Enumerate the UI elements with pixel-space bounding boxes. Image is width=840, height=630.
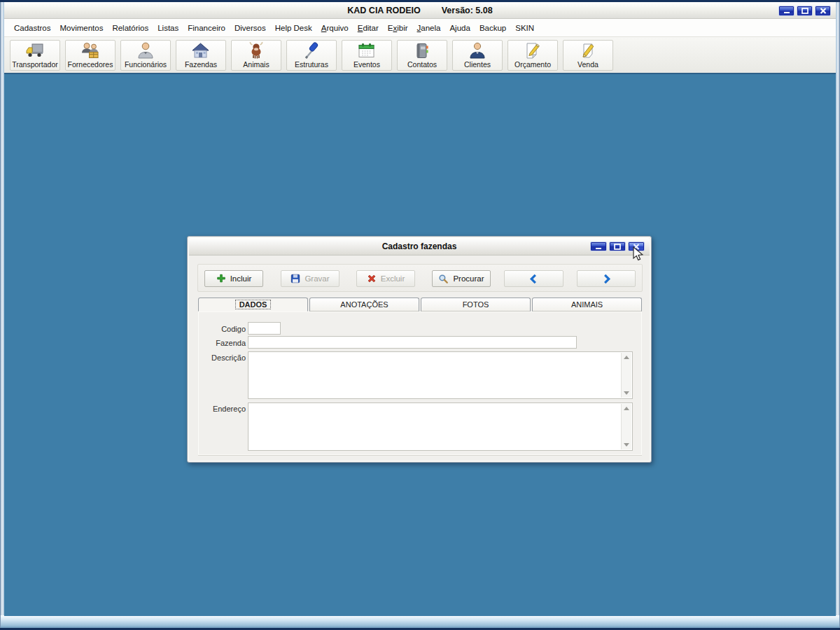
- next-record-button[interactable]: [577, 270, 636, 287]
- dialog-titlebar[interactable]: Cadastro fazendas: [189, 238, 650, 255]
- toolbar-button-clientes[interactable]: Clientes: [452, 40, 503, 71]
- endereco-scrollbar[interactable]: [621, 404, 631, 449]
- triangle-up-icon: [624, 356, 629, 359]
- menu-item-backup[interactable]: Backup: [476, 22, 510, 34]
- save-icon: [290, 274, 300, 284]
- descricao-textarea[interactable]: [250, 353, 620, 398]
- toolbar-button-fazendas[interactable]: Fazendas: [176, 40, 226, 71]
- app-title: KAD CIA RODEIO: [347, 6, 420, 15]
- app-version: Versão: 5.08: [442, 6, 493, 15]
- triangle-down-icon: [624, 443, 629, 447]
- maximize-icon: [801, 8, 809, 14]
- mouse-cursor: [632, 246, 646, 263]
- codigo-label: Codigo: [200, 325, 246, 333]
- toolbar-button-animais[interactable]: Animais: [231, 40, 281, 71]
- toolbar-button-estruturas[interactable]: Estruturas: [286, 40, 337, 71]
- toolbar-button-eventos[interactable]: Eventos: [342, 40, 392, 71]
- tab-fotos[interactable]: FOTOS: [421, 298, 531, 312]
- calendar-icon: [356, 41, 377, 60]
- endereco-label: Endereço: [200, 405, 246, 413]
- toolbar-button-venda[interactable]: Venda: [563, 40, 613, 71]
- menu-item-financeiro[interactable]: Financeiro: [184, 22, 229, 34]
- menu-item-editar[interactable]: Editar: [354, 22, 382, 34]
- menu-item-skin[interactable]: SKIN: [512, 22, 538, 34]
- menu-item-ajuda[interactable]: Ajuda: [446, 22, 473, 34]
- triangle-down-icon: [624, 391, 629, 395]
- toolbar-button-contatos[interactable]: Contatos: [397, 40, 447, 71]
- triangle-up-icon: [624, 407, 629, 410]
- incluir-button[interactable]: Incluir: [204, 270, 263, 287]
- screwdriver-icon: [301, 41, 322, 60]
- sale-pencil-icon: [578, 41, 598, 60]
- farm-house-icon: [190, 41, 211, 60]
- procurar-button[interactable]: Procurar: [432, 270, 491, 287]
- menu-item-cadastros[interactable]: Cadastros: [10, 22, 54, 34]
- descricao-scrollbar[interactable]: [621, 353, 631, 398]
- tab-anotacoes[interactable]: ANOTAÇÕES: [309, 298, 419, 312]
- maximize-button[interactable]: [797, 6, 813, 16]
- dialog-title: Cadastro fazendas: [382, 241, 457, 251]
- excluir-button[interactable]: Excluir: [356, 270, 415, 287]
- dialog-minimize-button[interactable]: [590, 241, 607, 251]
- fazenda-input[interactable]: [248, 336, 577, 349]
- close-icon: [819, 8, 827, 14]
- budget-pencil-icon: [522, 41, 543, 60]
- scroll-up-button[interactable]: [622, 404, 631, 413]
- search-icon: [438, 274, 449, 284]
- cow-icon: [246, 41, 267, 60]
- minimize-button[interactable]: [778, 6, 794, 16]
- minimize-icon: [594, 244, 603, 250]
- suppliers-icon: [80, 41, 101, 60]
- tab-bar: DADOS ANOTAÇÕES FOTOS ANIMAIS: [198, 298, 642, 312]
- descricao-label: Descrição: [200, 354, 246, 362]
- menu-item-arquivo[interactable]: Arquivo: [318, 22, 352, 34]
- endereco-field: [248, 402, 633, 451]
- dialog-cadastro-fazendas: Cadastro fazendas Incluir: [187, 236, 652, 463]
- dialog-maximize-button[interactable]: [609, 241, 626, 251]
- minimize-icon: [783, 8, 791, 14]
- window-frame-bottom: [1, 615, 839, 628]
- truck-icon: [24, 41, 46, 60]
- gravar-button[interactable]: Gravar: [281, 270, 340, 287]
- employee-icon: [135, 41, 156, 60]
- add-icon: [216, 274, 226, 284]
- maximize-icon: [613, 244, 622, 250]
- dialog-button-panel: Incluir Gravar Excluir Procurar: [197, 264, 643, 292]
- menu-item-relatorios[interactable]: Relatórios: [108, 22, 152, 34]
- scroll-down-button[interactable]: [622, 388, 631, 398]
- window-frame-right: [836, 2, 840, 628]
- delete-icon: [367, 274, 377, 284]
- menu-bar: Cadastros Movimentos Relatórios Listas F…: [4, 19, 836, 36]
- menu-item-help-desk[interactable]: Help Desk: [272, 22, 316, 34]
- scroll-down-button[interactable]: [622, 440, 631, 449]
- menu-item-movimentos[interactable]: Movimentos: [56, 22, 106, 34]
- address-book-icon: [412, 41, 433, 60]
- client-person-icon: [467, 41, 488, 60]
- toolbar-button-funcionarios[interactable]: Funcionários: [120, 40, 171, 71]
- menu-item-listas[interactable]: Listas: [154, 22, 182, 34]
- endereco-textarea[interactable]: [250, 404, 620, 449]
- toolbar-button-fornecedores[interactable]: Fornecedores: [65, 40, 115, 71]
- toolbar: Transportador Fornecedores Funcionários …: [4, 36, 836, 73]
- tab-animais[interactable]: ANIMAIS: [532, 298, 642, 312]
- menu-item-diversos[interactable]: Diversos: [231, 22, 270, 34]
- scroll-up-button[interactable]: [622, 353, 631, 362]
- menu-item-exibir[interactable]: Exibir: [384, 22, 412, 34]
- toolbar-button-orcamento[interactable]: Orçamento: [507, 40, 558, 71]
- window-controls: [778, 6, 831, 16]
- app-titlebar: KAD CIA RODEIOVersão: 5.08: [4, 2, 836, 19]
- arrow-right-icon: [601, 274, 612, 284]
- tab-dados[interactable]: DADOS: [198, 298, 308, 312]
- toolbar-button-transportador[interactable]: Transportador: [10, 40, 60, 71]
- close-button[interactable]: [815, 6, 831, 16]
- descricao-field: [248, 351, 633, 399]
- previous-record-button[interactable]: [504, 270, 564, 287]
- menu-item-janela[interactable]: Janela: [414, 22, 444, 34]
- fazenda-label: Fazenda: [200, 339, 246, 347]
- codigo-input[interactable]: [248, 322, 281, 335]
- arrow-left-icon: [528, 274, 539, 284]
